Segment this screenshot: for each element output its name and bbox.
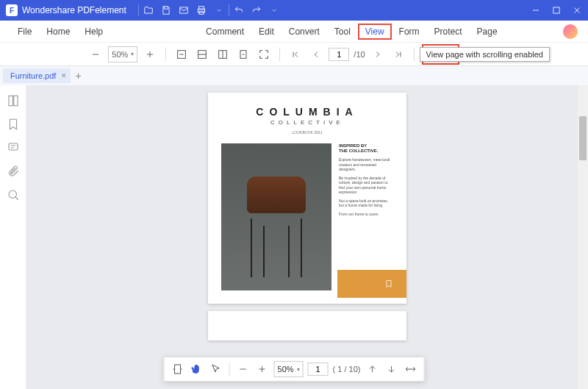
fit-page-icon[interactable]: [194, 46, 210, 63]
mail-icon[interactable]: [179, 5, 189, 15]
float-zoom-value: 50%: [278, 365, 294, 374]
orange-banner: [337, 270, 406, 298]
fit-icon[interactable]: [171, 362, 185, 376]
app-title: Wondershare PDFelement: [22, 5, 126, 15]
zoom-in-button[interactable]: [142, 46, 158, 63]
zoom-select[interactable]: 50%▾: [108, 46, 137, 63]
floating-toolbar: 50%▾ ( 1 / 10): [164, 357, 425, 382]
menu-tool[interactable]: Tool: [327, 24, 358, 40]
doc-subheading: COLLECTIVE: [221, 119, 393, 126]
menu-convert[interactable]: Convert: [282, 24, 327, 40]
float-fit-width-icon[interactable]: [403, 362, 417, 376]
menu-form[interactable]: Form: [392, 24, 427, 40]
document-tab[interactable]: Furniture.pdf ✕: [3, 68, 71, 83]
prev-page-icon[interactable]: [308, 46, 324, 63]
maximize-icon[interactable]: [551, 5, 562, 15]
float-next-icon[interactable]: [384, 362, 398, 376]
svg-point-21: [9, 190, 17, 199]
para1: Explore handwoven, meet local creators a…: [339, 157, 393, 172]
next-page-icon[interactable]: [370, 46, 386, 63]
actual-size-icon[interactable]: [235, 46, 251, 63]
menu-comment[interactable]: Comment: [198, 24, 251, 40]
attachments-icon[interactable]: [7, 165, 20, 178]
doc-subtitle: LOOKBOOK 2021: [221, 130, 393, 135]
right-heading-1: INSPIRED BY: [339, 143, 393, 149]
menu-file[interactable]: File: [10, 24, 39, 40]
fit-height-icon[interactable]: [215, 46, 231, 63]
minimize-icon[interactable]: [531, 5, 541, 15]
svg-rect-1: [198, 7, 204, 10]
menu-home[interactable]: Home: [39, 24, 77, 40]
para3: Not a space built on promises, but a hom…: [339, 199, 393, 208]
menu-help[interactable]: Help: [77, 24, 110, 40]
doc-heading: COLUMBIA: [221, 106, 393, 118]
zoom-value: 50%: [112, 50, 128, 59]
page-input[interactable]: [329, 48, 349, 61]
dropdown-icon[interactable]: [269, 5, 279, 15]
menu-protect[interactable]: Protect: [427, 24, 470, 40]
open-icon[interactable]: [143, 5, 154, 15]
float-prev-icon[interactable]: [365, 362, 379, 376]
save-icon[interactable]: [161, 5, 171, 15]
right-heading-2: THE COLLECTIVE.: [339, 149, 393, 154]
float-zoom-in[interactable]: [255, 362, 270, 376]
vertical-scrollbar[interactable]: [578, 85, 588, 389]
fullscreen-icon[interactable]: [256, 46, 272, 63]
hand-tool-icon[interactable]: [190, 362, 204, 376]
menu-page[interactable]: Page: [470, 24, 505, 40]
print-icon[interactable]: [196, 5, 207, 15]
document-page-2: Table of Contents: [208, 311, 406, 340]
last-page-icon[interactable]: [390, 46, 406, 63]
menu-edit[interactable]: Edit: [251, 24, 282, 40]
tooltip: View page with scrolling enabled: [420, 47, 550, 62]
para4: From our home to yours.: [339, 212, 393, 217]
comments-icon[interactable]: [7, 141, 20, 154]
svg-rect-18: [9, 96, 12, 106]
dropdown-icon[interactable]: [214, 5, 224, 15]
chair-image: [221, 143, 331, 290]
search-icon[interactable]: [7, 188, 20, 201]
para2: Be inspired by the decade of culture, de…: [339, 176, 393, 195]
app-logo: F: [6, 4, 18, 16]
select-tool-icon[interactable]: [209, 362, 223, 376]
svg-rect-0: [180, 7, 188, 13]
document-canvas[interactable]: COLUMBIA COLLECTIVE LOOKBOOK 2021 INSPIR…: [26, 85, 588, 389]
scrollbar-thumb[interactable]: [579, 116, 587, 160]
user-avatar[interactable]: [563, 24, 578, 39]
zoom-out-button[interactable]: [87, 46, 104, 63]
float-page-total: ( 1 / 10): [333, 365, 361, 374]
fit-width-icon[interactable]: [173, 46, 190, 63]
float-zoom-select[interactable]: 50%▾: [274, 361, 304, 377]
add-tab-button[interactable]: +: [75, 70, 81, 82]
svg-rect-4: [553, 7, 559, 13]
document-page-1: COLUMBIA COLLECTIVE LOOKBOOK 2021 INSPIR…: [208, 93, 406, 304]
first-page-icon[interactable]: [287, 46, 304, 63]
float-page-input[interactable]: [308, 363, 329, 376]
menu-view[interactable]: View: [358, 24, 392, 40]
bookmarks-icon[interactable]: [7, 118, 20, 131]
redo-icon[interactable]: [251, 5, 262, 15]
undo-icon[interactable]: [234, 5, 244, 15]
thumbnails-icon[interactable]: [7, 94, 20, 107]
close-icon[interactable]: [572, 5, 582, 15]
tab-label: Furniture.pdf: [10, 71, 56, 80]
float-zoom-out[interactable]: [236, 362, 251, 376]
close-tab-icon[interactable]: ✕: [61, 72, 67, 79]
page-total: /10: [354, 50, 365, 59]
svg-rect-22: [175, 365, 181, 374]
svg-rect-19: [13, 96, 17, 106]
svg-rect-20: [9, 143, 18, 150]
